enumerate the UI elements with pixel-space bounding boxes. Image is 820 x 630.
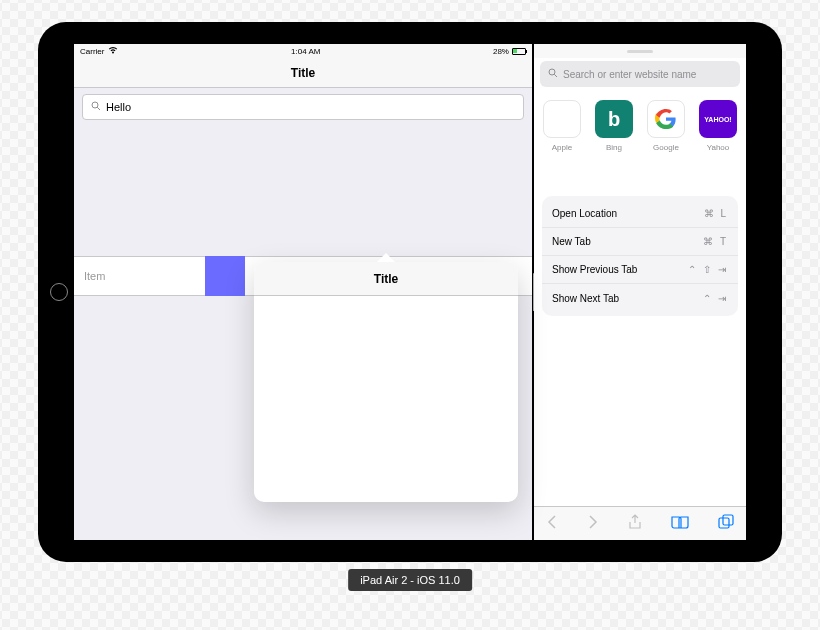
status-right: 28% — [493, 47, 526, 56]
svg-rect-4 — [719, 518, 729, 528]
favorite-bing[interactable]: b Bing — [592, 100, 636, 152]
ipad-screen: Carrier 1:04 AM 28% Title — [74, 44, 746, 540]
shortcut-open-location[interactable]: Open Location ⌘ L — [542, 200, 738, 228]
nav-bar: Title — [74, 58, 532, 88]
search-icon — [91, 101, 101, 113]
color-swatch — [205, 256, 245, 296]
shortcut-keys: ⌃ ⇥ — [703, 293, 728, 304]
split-view-divider[interactable] — [532, 44, 534, 540]
favorite-yahoo[interactable]: YAHOO! Yahoo — [696, 100, 740, 152]
status-left: Carrier — [80, 46, 118, 56]
tabs-icon[interactable] — [718, 514, 734, 533]
shortcut-label: Show Previous Tab — [552, 264, 637, 275]
svg-rect-5 — [723, 515, 733, 525]
empty-space — [74, 126, 532, 256]
forward-icon[interactable] — [587, 514, 599, 533]
back-icon[interactable] — [546, 514, 558, 533]
search-icon — [548, 68, 558, 80]
bing-icon: b — [595, 100, 633, 138]
item-label-1: Item — [84, 270, 105, 282]
nav-title: Title — [291, 66, 315, 80]
popover-title: Title — [254, 262, 518, 296]
shortcut-label: Show Next Tab — [552, 293, 619, 304]
share-icon[interactable] — [628, 514, 642, 533]
shortcut-keys: ⌃ ⇧ ⇥ — [688, 264, 728, 275]
wifi-icon — [108, 46, 118, 56]
popover: Title — [254, 262, 518, 502]
search-container: Hello — [74, 88, 532, 126]
favorite-google[interactable]: Google — [644, 100, 688, 152]
shortcut-label: Open Location — [552, 208, 617, 219]
home-button[interactable] — [50, 283, 68, 301]
ipad-frame: Carrier 1:04 AM 28% Title — [38, 22, 782, 562]
slide-over-grabber-area — [534, 44, 746, 58]
shortcut-next-tab[interactable]: Show Next Tab ⌃ ⇥ — [542, 284, 738, 312]
grabber-handle[interactable] — [627, 50, 653, 53]
carrier-label: Carrier — [80, 47, 104, 56]
safari-app: Search or enter website name Apple b Bin… — [534, 44, 746, 540]
shortcut-keys: ⌘ T — [703, 236, 728, 247]
shortcut-new-tab[interactable]: New Tab ⌘ T — [542, 228, 738, 256]
yahoo-icon: YAHOO! — [699, 100, 737, 138]
favorite-label: Bing — [606, 143, 622, 152]
favorites-row: Apple b Bing Google YAHOO! Yahoo — [534, 90, 746, 152]
url-placeholder: Search or enter website name — [563, 69, 696, 80]
favorite-label: Yahoo — [707, 143, 730, 152]
shortcut-label: New Tab — [552, 236, 591, 247]
svg-line-1 — [97, 107, 100, 110]
status-bar: Carrier 1:04 AM 28% — [74, 44, 532, 58]
favorite-apple[interactable]: Apple — [540, 100, 584, 152]
svg-point-0 — [92, 102, 98, 108]
safari-toolbar — [534, 506, 746, 540]
favorite-label: Google — [653, 143, 679, 152]
shortcut-prev-tab[interactable]: Show Previous Tab ⌃ ⇧ ⇥ — [542, 256, 738, 284]
favorite-label: Apple — [552, 143, 572, 152]
battery-percent: 28% — [493, 47, 509, 56]
left-app: Carrier 1:04 AM 28% Title — [74, 44, 532, 540]
url-field[interactable]: Search or enter website name — [540, 61, 740, 87]
svg-point-2 — [549, 69, 555, 75]
clock: 1:04 AM — [291, 47, 320, 56]
svg-line-3 — [554, 74, 557, 77]
bookmarks-icon[interactable] — [671, 515, 689, 532]
apple-icon — [543, 100, 581, 138]
search-input[interactable]: Hello — [82, 94, 524, 120]
google-icon — [647, 100, 685, 138]
battery-icon — [512, 48, 526, 55]
search-value: Hello — [106, 101, 131, 113]
device-label: iPad Air 2 - iOS 11.0 — [348, 569, 472, 591]
shortcut-keys: ⌘ L — [704, 208, 728, 219]
keyboard-shortcuts-panel: Open Location ⌘ L New Tab ⌘ T Show Previ… — [542, 196, 738, 316]
